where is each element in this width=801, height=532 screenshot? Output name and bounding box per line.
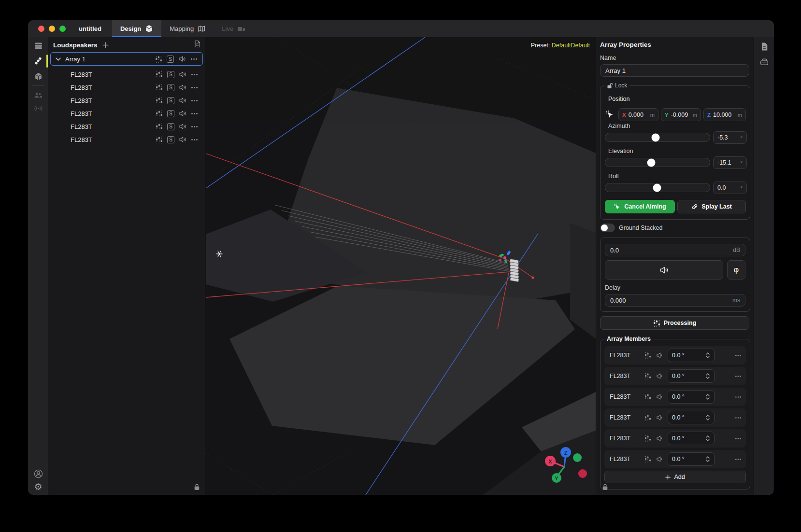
member-angle-spinner[interactable]: 0.0 ° bbox=[668, 349, 715, 362]
solo-button[interactable]: S bbox=[167, 110, 174, 117]
member-angle-spinner[interactable]: 0.0 ° bbox=[668, 369, 715, 383]
member-row[interactable]: FL283T 0.0 ° bbox=[604, 388, 746, 406]
more-options-icon[interactable] bbox=[191, 99, 198, 102]
tab-mapping[interactable]: Mapping bbox=[161, 20, 214, 37]
unlock-icon[interactable] bbox=[607, 83, 613, 89]
processing-sliders-icon[interactable] bbox=[644, 373, 651, 379]
array-row[interactable]: Array 1 S bbox=[50, 52, 203, 66]
solo-button[interactable]: S bbox=[167, 56, 174, 63]
processing-button[interactable]: Processing bbox=[600, 316, 749, 330]
zoom-window-button[interactable] bbox=[59, 26, 66, 32]
stepper-chevrons-icon[interactable] bbox=[705, 455, 710, 463]
roll-value[interactable]: 0.0° bbox=[713, 182, 747, 194]
member-row[interactable]: FL283T 0.0 ° bbox=[604, 408, 746, 427]
aim-cursor-icon[interactable] bbox=[605, 110, 614, 121]
settings-gear-icon[interactable]: ⚙ bbox=[28, 482, 48, 491]
processing-sliders-icon[interactable] bbox=[156, 84, 163, 91]
panel-lock-icon[interactable] bbox=[194, 483, 200, 490]
solo-button[interactable]: S bbox=[167, 97, 174, 104]
tab-design[interactable]: Design bbox=[112, 20, 161, 37]
mute-speaker-icon[interactable] bbox=[656, 414, 664, 421]
gain-input[interactable]: 0.0 dB bbox=[605, 244, 745, 256]
minimize-window-button[interactable] bbox=[49, 26, 55, 32]
more-options-icon[interactable] bbox=[190, 58, 198, 60]
member-angle-spinner[interactable]: 0.0 ° bbox=[668, 390, 715, 404]
more-options-icon[interactable] bbox=[735, 396, 742, 398]
roll-slider[interactable] bbox=[605, 183, 710, 192]
mute-speaker-icon[interactable] bbox=[179, 110, 186, 117]
chevron-down-icon[interactable] bbox=[56, 57, 61, 61]
position-y-field[interactable]: Y -0.009 m bbox=[661, 108, 701, 121]
mute-speaker-icon[interactable] bbox=[656, 393, 664, 400]
array-name-input[interactable] bbox=[605, 67, 744, 74]
member-angle-spinner[interactable]: 0.0 ° bbox=[668, 432, 715, 445]
mute-speaker-icon[interactable] bbox=[656, 435, 664, 442]
mute-speaker-icon[interactable] bbox=[656, 352, 664, 359]
solo-button[interactable]: S bbox=[167, 84, 174, 91]
elevation-value[interactable]: -15.1° bbox=[713, 156, 747, 169]
loudspeaker-row[interactable]: FL283T S bbox=[50, 81, 203, 94]
mute-speaker-icon[interactable] bbox=[178, 56, 186, 62]
delay-input[interactable]: 0.000 ms bbox=[605, 294, 745, 307]
ground-stacked-toggle[interactable] bbox=[600, 224, 615, 232]
solo-button[interactable]: S bbox=[167, 136, 174, 143]
audience-areas-icon[interactable] bbox=[28, 92, 48, 99]
member-row[interactable]: FL283T 0.0 ° bbox=[604, 429, 746, 448]
processing-sliders-icon[interactable] bbox=[156, 123, 163, 130]
processing-sliders-icon[interactable] bbox=[156, 97, 163, 104]
processing-sliders-icon[interactable] bbox=[156, 71, 163, 78]
loudspeaker-row[interactable]: FL283T S bbox=[50, 133, 203, 146]
more-options-icon[interactable] bbox=[735, 458, 742, 461]
broadcast-icon[interactable] bbox=[28, 105, 48, 112]
processing-sliders-icon[interactable] bbox=[644, 435, 651, 442]
azimuth-value[interactable]: -5.3° bbox=[713, 131, 747, 144]
loudspeaker-row[interactable]: FL283T S bbox=[50, 94, 203, 107]
processing-sliders-icon[interactable] bbox=[644, 414, 651, 421]
venue-cube-icon[interactable] bbox=[28, 72, 48, 81]
member-row[interactable]: FL283T 0.0 ° bbox=[604, 367, 746, 385]
more-options-icon[interactable] bbox=[735, 375, 742, 378]
processing-sliders-icon[interactable] bbox=[644, 393, 651, 400]
sources-stack-icon[interactable] bbox=[28, 42, 48, 50]
add-member-button[interactable]: Add bbox=[604, 471, 746, 483]
axis-ball-minus-x[interactable] bbox=[578, 469, 587, 478]
solo-button[interactable]: S bbox=[167, 71, 174, 78]
position-x-field[interactable]: X 0.000 m bbox=[618, 108, 658, 121]
member-angle-spinner[interactable]: 0.0 ° bbox=[668, 452, 715, 466]
processing-sliders-icon[interactable] bbox=[155, 56, 162, 63]
archive-drawer-icon[interactable] bbox=[754, 57, 774, 66]
member-angle-spinner[interactable]: 0.0 ° bbox=[668, 411, 715, 424]
mute-speaker-icon[interactable] bbox=[179, 123, 186, 130]
preset-indicator[interactable]: Preset: DefaultDefaultDefault bbox=[531, 42, 590, 49]
mute-speaker-icon[interactable] bbox=[179, 84, 186, 91]
more-options-icon[interactable] bbox=[191, 73, 198, 76]
processing-sliders-icon[interactable] bbox=[156, 136, 163, 143]
3d-viewport[interactable]: Z X Y Preset: DefaultDefaultDefault bbox=[205, 37, 596, 495]
phase-invert-button[interactable]: φ bbox=[727, 260, 745, 280]
mute-speaker-icon[interactable] bbox=[179, 71, 186, 78]
axis-ball-minus-y[interactable] bbox=[573, 453, 582, 462]
stepper-chevrons-icon[interactable] bbox=[705, 434, 710, 442]
stepper-chevrons-icon[interactable] bbox=[705, 351, 710, 359]
member-row[interactable]: FL283T 0.0 ° bbox=[604, 346, 746, 364]
account-icon[interactable] bbox=[28, 469, 48, 478]
more-options-icon[interactable] bbox=[735, 437, 742, 440]
mute-speaker-icon[interactable] bbox=[656, 456, 664, 462]
solo-button[interactable]: S bbox=[167, 123, 174, 130]
stepper-chevrons-icon[interactable] bbox=[705, 393, 710, 401]
azimuth-slider-knob[interactable] bbox=[651, 133, 659, 141]
splay-last-button[interactable]: Splay Last bbox=[677, 200, 746, 213]
processing-sliders-icon[interactable] bbox=[644, 456, 651, 462]
loudspeaker-row[interactable]: FL283T S bbox=[50, 120, 203, 133]
more-options-icon[interactable] bbox=[735, 354, 742, 357]
elevation-slider-knob[interactable] bbox=[647, 158, 656, 167]
mute-speaker-icon[interactable] bbox=[179, 97, 186, 104]
processing-sliders-icon[interactable] bbox=[644, 352, 651, 359]
position-z-field[interactable]: Z 10.000 m bbox=[703, 108, 746, 121]
panel-lock-icon[interactable] bbox=[602, 483, 608, 490]
more-options-icon[interactable] bbox=[191, 139, 198, 141]
loudspeaker-row[interactable]: FL283T S bbox=[50, 107, 203, 120]
member-row[interactable]: FL283T 0.0 ° bbox=[604, 450, 746, 468]
azimuth-slider[interactable] bbox=[605, 133, 710, 142]
stepper-chevrons-icon[interactable] bbox=[705, 372, 710, 380]
